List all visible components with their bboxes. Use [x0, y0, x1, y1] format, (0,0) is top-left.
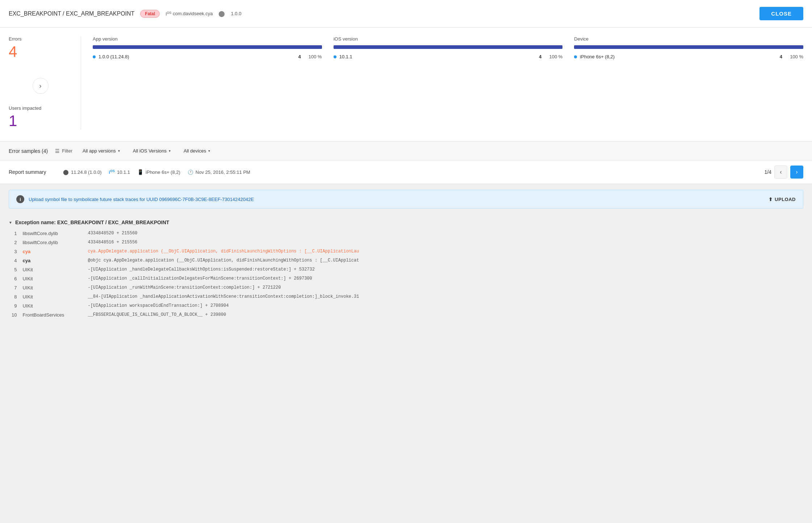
- row-num: 7: [9, 283, 20, 292]
- report-summary-bar: Report summary ⬤ 11.24.8 (1.0.0) iOS 10.…: [0, 160, 812, 184]
- row-lib: UIKit: [20, 265, 85, 274]
- row-num: 9: [9, 301, 20, 310]
- platform-label: iOS com.davidseek.cya: [166, 11, 213, 16]
- table-row: 7UIKit-[UIApplication _runWithMainScene:…: [9, 283, 803, 292]
- app-version-value: 1.0.0 (11.24.8): [99, 54, 129, 59]
- build-icon: ⬤: [63, 169, 69, 175]
- table-row: 5UIKit-[UIApplication _handleDelegateCal…: [9, 265, 803, 274]
- fatal-badge: Fatal: [140, 10, 160, 18]
- app-version-title: App version: [93, 36, 322, 42]
- next-page-button[interactable]: ›: [790, 166, 803, 179]
- filter-button[interactable]: ☰ Filter: [55, 148, 72, 154]
- stats-left: Errors 4 › Users impacted 1: [9, 36, 81, 130]
- table-row: 10FrontBoardServices__FBSSERIALQUEUE_IS_…: [9, 310, 803, 319]
- device-meta: 📱 iPhone 6s+ (8,2): [137, 169, 180, 175]
- row-num: 2: [9, 238, 20, 247]
- exception-header: ▼ Exception name: EXC_BREAKPOINT / EXC_A…: [9, 214, 803, 229]
- ios-version-dot: [334, 55, 336, 58]
- timestamp-value: Nov 25, 2016, 2:55:11 PM: [196, 170, 250, 175]
- device-row: iPhone 6s+ (8,2) 4 100 %: [574, 54, 803, 59]
- exception-title: Exception name: EXC_BREAKPOINT / EXC_ARM…: [15, 219, 169, 225]
- prev-page-button[interactable]: ‹: [774, 166, 787, 179]
- report-meta: ⬤ 11.24.8 (1.0.0) iOS 10.1.1 📱 iPhone 6s…: [63, 169, 757, 175]
- errors-stat: Errors 4: [9, 36, 72, 60]
- errors-label: Errors: [9, 36, 72, 42]
- app-versions-dropdown[interactable]: All app versions ▾: [80, 147, 123, 155]
- filter-icon: ☰: [55, 148, 60, 154]
- stack-table: 1libswiftCore.dylib4334848520 + 2155602l…: [9, 229, 803, 319]
- ios-version-chart: iOS version 10.1.1 4 100 %: [334, 36, 574, 130]
- users-stat: Users impacted 1: [9, 105, 72, 130]
- device-title: Device: [574, 36, 803, 42]
- pagination: 1/4 ‹ ›: [765, 166, 803, 179]
- row-num: 10: [9, 310, 20, 319]
- app-version-bar: [93, 45, 322, 49]
- nav-circle-button[interactable]: ›: [33, 78, 49, 94]
- upload-button[interactable]: ⬆ UPLOAD: [769, 197, 796, 202]
- ios-version-count: 4: [539, 54, 541, 59]
- table-row: 1libswiftCore.dylib4334848520 + 215560: [9, 229, 803, 238]
- device-bar-container: [574, 45, 803, 49]
- ios-version-title: iOS version: [334, 36, 563, 42]
- row-num: 5: [9, 265, 20, 274]
- stack-section: ▼ Exception name: EXC_BREAKPOINT / EXC_A…: [0, 214, 812, 328]
- error-samples-label: Error samples (4): [9, 148, 48, 154]
- ios-versions-label: All iOS Versions: [133, 148, 167, 154]
- row-num: 4: [9, 256, 20, 265]
- collapse-icon[interactable]: ▼: [9, 221, 12, 225]
- row-lib: UIKit: [20, 283, 85, 292]
- row-num: 1: [9, 229, 20, 238]
- device-count: 4: [780, 54, 782, 59]
- app-version-bar-container: [93, 45, 322, 49]
- clock-icon: 🕐: [188, 170, 193, 175]
- app-version-count: 4: [298, 54, 301, 59]
- device-pct: 100 %: [785, 54, 803, 59]
- row-lib: UIKit: [20, 274, 85, 283]
- close-button[interactable]: CLOSE: [759, 7, 803, 20]
- app-versions-label: All app versions: [83, 148, 116, 154]
- row-detail: -[UIApplication _handleDelegateCallbacks…: [85, 265, 803, 274]
- app-version-pct: 100 %: [304, 54, 322, 59]
- stats-section: Errors 4 › Users impacted 1 App version …: [0, 28, 812, 142]
- row-num: 3: [9, 247, 20, 256]
- ios-version-meta: 10.1.1: [117, 170, 130, 175]
- device-meta-value: iPhone 6s+ (8,2): [146, 170, 180, 175]
- filter-bar: Error samples (4) ☰ Filter All app versi…: [0, 142, 812, 160]
- ios-versions-dropdown[interactable]: All iOS Versions ▾: [130, 147, 173, 155]
- devices-dropdown[interactable]: All devices ▾: [181, 147, 213, 155]
- app-version-dot: [93, 55, 96, 58]
- table-row: 4cya@objc cya.AppDelegate.application (_…: [9, 256, 803, 265]
- device-bar: [574, 45, 803, 49]
- row-detail: __84-[UIApplication _handleApplicationAc…: [85, 292, 803, 301]
- info-icon: i: [16, 195, 24, 203]
- devices-label: All devices: [184, 148, 206, 154]
- header-bar: EXC_BREAKPOINT / EXC_ARM_BREAKPOINT Fata…: [0, 0, 812, 28]
- report-summary-label: Report summary: [9, 169, 56, 175]
- filter-label: Filter: [62, 148, 72, 154]
- row-detail: cya.AppDelegate.application (__ObjC.UIAp…: [85, 247, 803, 256]
- row-lib: libswiftCore.dylib: [20, 238, 85, 247]
- info-text: Upload symbol file to symbolicate future…: [29, 197, 764, 202]
- info-banner: i Upload symbol file to symbolicate futu…: [9, 190, 803, 209]
- row-detail: -[UIApplication _runWithMainScene:transi…: [85, 283, 803, 292]
- users-value: 1: [9, 112, 72, 130]
- row-detail: -[UIApplication workspaceDidEndTransacti…: [85, 301, 803, 310]
- stats-charts: App version 1.0.0 (11.24.8) 4 100 % iOS …: [81, 36, 803, 130]
- errors-value: 4: [9, 43, 72, 60]
- row-detail: @objc cya.AppDelegate.application (__Obj…: [85, 256, 803, 265]
- row-lib: cya: [20, 247, 85, 256]
- row-detail: __FBSSERIALQUEUE_IS_CALLING_OUT_TO_A_BLO…: [85, 310, 803, 319]
- ios-versions-chevron: ▾: [169, 149, 171, 153]
- page-indicator: 1/4: [765, 169, 771, 175]
- timestamp-meta: 🕐 Nov 25, 2016, 2:55:11 PM: [188, 170, 250, 175]
- table-row: 3cyacya.AppDelegate.application (__ObjC.…: [9, 247, 803, 256]
- device-dot: [574, 55, 577, 58]
- ios-tag: iOS: [109, 169, 115, 175]
- ios-version-row: 10.1.1 4 100 %: [334, 54, 563, 59]
- row-lib: UIKit: [20, 301, 85, 310]
- table-row: 6UIKit-[UIApplication _callInitializatio…: [9, 274, 803, 283]
- phone-icon: 📱: [137, 169, 143, 175]
- header-left: EXC_BREAKPOINT / EXC_ARM_BREAKPOINT Fata…: [9, 10, 241, 18]
- row-lib: libswiftCore.dylib: [20, 229, 85, 238]
- users-label: Users impacted: [9, 105, 72, 111]
